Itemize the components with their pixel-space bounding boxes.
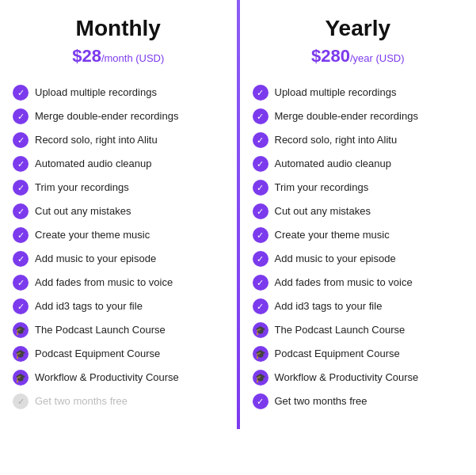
check-icon: ✓ <box>253 180 268 196</box>
feature-item: ✓Add music to your episode <box>253 247 464 271</box>
feature-item: 🎓Workflow & Productivity Course <box>13 366 224 390</box>
feature-list-yearly: ✓Upload multiple recordings✓Merge double… <box>253 81 464 413</box>
plan-monthly: Monthly$28/month (USD)✓Upload multiple r… <box>0 0 237 429</box>
price-amount-monthly: $28 <box>72 46 101 66</box>
feature-item: ✓Cut out any mistakes <box>13 200 224 223</box>
feature-item: 🎓Workflow & Productivity Course <box>253 366 464 390</box>
feature-item: ✓Record solo, right into Alitu <box>253 128 464 152</box>
feature-text: Upload multiple recordings <box>275 86 397 100</box>
feature-list-monthly: ✓Upload multiple recordings✓Merge double… <box>13 81 224 413</box>
feature-text: Merge double-ender recordings <box>35 110 178 124</box>
feature-item: ✓Create your theme music <box>13 223 224 247</box>
check-icon: ✓ <box>253 108 268 124</box>
price-period-monthly: /month (USD) <box>101 52 164 64</box>
feature-item: ✓Merge double-ender recordings <box>13 104 224 128</box>
feature-text: The Podcast Launch Course <box>35 324 166 337</box>
feature-text: Add music to your episode <box>275 253 396 266</box>
check-icon: ✓ <box>253 298 268 314</box>
feature-item: ✓Create your theme music <box>253 223 464 247</box>
feature-item: ✓Automated audio cleanup <box>13 152 224 176</box>
feature-text: Workflow & Productivity Course <box>275 371 419 385</box>
feature-item: ✓Add id3 tags to your file <box>13 294 224 318</box>
feature-item: ✓Get two months free <box>253 390 464 413</box>
feature-item: ✓Trim your recordings <box>253 176 464 200</box>
check-icon: ✓ <box>253 275 268 291</box>
feature-item: ✓Add fades from music to voice <box>253 271 464 294</box>
feature-text: Get two months free <box>275 395 367 408</box>
feature-item: 🎓Podcast Equipment Course <box>13 342 224 366</box>
feature-text: Workflow & Productivity Course <box>35 371 179 385</box>
check-icon: ✓ <box>13 203 29 219</box>
feature-item: 🎓The Podcast Launch Course <box>13 318 224 342</box>
feature-text: Add id3 tags to your file <box>275 300 383 314</box>
check-icon: ✓ <box>13 180 29 196</box>
check-icon: ✓ <box>253 132 268 148</box>
feature-text: Create your theme music <box>275 229 390 242</box>
feature-text: Record solo, right into Alitu <box>275 134 398 147</box>
feature-item: ✓Upload multiple recordings <box>13 81 224 104</box>
feature-text: Trim your recordings <box>35 181 129 195</box>
graduation-icon: 🎓 <box>13 346 29 362</box>
check-icon: ✓ <box>253 393 268 409</box>
feature-item: ✓Add fades from music to voice <box>13 271 224 294</box>
feature-text: Get two months free <box>35 395 128 408</box>
feature-text: Cut out any mistakes <box>275 205 371 218</box>
feature-text: Trim your recordings <box>275 181 369 195</box>
check-icon: ✓ <box>253 156 268 172</box>
check-icon: ✓ <box>253 85 268 101</box>
feature-text: Podcast Equipment Course <box>35 348 160 361</box>
feature-item: ✓Trim your recordings <box>13 176 224 200</box>
check-icon: ✓ <box>253 203 268 219</box>
feature-item: ✓Automated audio cleanup <box>253 152 464 176</box>
feature-text: Merge double-ender recordings <box>275 110 418 124</box>
plan-price-monthly: $28/month (USD) <box>13 46 224 66</box>
feature-item: ✓Upload multiple recordings <box>253 81 464 104</box>
check-icon: ✓ <box>13 251 29 267</box>
check-icon: ✓ <box>13 85 29 101</box>
feature-item: 🎓The Podcast Launch Course <box>253 318 464 342</box>
check-icon: ✓ <box>13 227 29 243</box>
check-icon: ✓ <box>253 251 268 267</box>
plan-price-yearly: $280/year (USD) <box>253 46 464 66</box>
feature-text: Add fades from music to voice <box>275 276 413 290</box>
feature-text: Create your theme music <box>35 229 150 242</box>
feature-text: Add music to your episode <box>35 253 156 266</box>
price-period-yearly: /year (USD) <box>350 52 405 64</box>
feature-text: Upload multiple recordings <box>35 86 157 100</box>
graduation-icon: 🎓 <box>13 370 29 386</box>
graduation-icon: 🎓 <box>253 346 268 362</box>
graduation-icon: 🎓 <box>253 370 268 386</box>
feature-text: Record solo, right into Alitu <box>35 134 158 147</box>
feature-text: Automated audio cleanup <box>35 158 151 171</box>
plan-title-monthly: Monthly <box>13 16 224 41</box>
feature-item: 🎓Podcast Equipment Course <box>253 342 464 366</box>
feature-item: ✓Record solo, right into Alitu <box>13 128 224 152</box>
price-amount-yearly: $280 <box>311 46 350 66</box>
check-icon: ✓ <box>13 298 29 314</box>
check-icon: ✓ <box>13 132 29 148</box>
feature-item: ✓Get two months free <box>13 390 224 413</box>
plan-yearly: Yearly$280/year (USD)✓Upload multiple re… <box>240 0 477 429</box>
feature-text: Podcast Equipment Course <box>275 348 400 361</box>
check-icon: ✓ <box>13 108 29 124</box>
feature-text: Automated audio cleanup <box>275 158 391 171</box>
feature-item: ✓Merge double-ender recordings <box>253 104 464 128</box>
feature-item: ✓Add music to your episode <box>13 247 224 271</box>
pricing-container: Monthly$28/month (USD)✓Upload multiple r… <box>0 0 476 429</box>
plan-title-yearly: Yearly <box>253 16 464 41</box>
graduation-icon: 🎓 <box>13 322 29 338</box>
feature-text: Add id3 tags to your file <box>35 300 143 314</box>
check-icon: ✓ <box>13 393 29 409</box>
feature-item: ✓Add id3 tags to your file <box>253 294 464 318</box>
feature-text: Add fades from music to voice <box>35 276 173 290</box>
feature-item: ✓Cut out any mistakes <box>253 200 464 223</box>
check-icon: ✓ <box>13 156 29 172</box>
check-icon: ✓ <box>253 227 268 243</box>
graduation-icon: 🎓 <box>253 322 268 338</box>
feature-text: The Podcast Launch Course <box>275 324 406 337</box>
check-icon: ✓ <box>13 275 29 291</box>
feature-text: Cut out any mistakes <box>35 205 131 218</box>
